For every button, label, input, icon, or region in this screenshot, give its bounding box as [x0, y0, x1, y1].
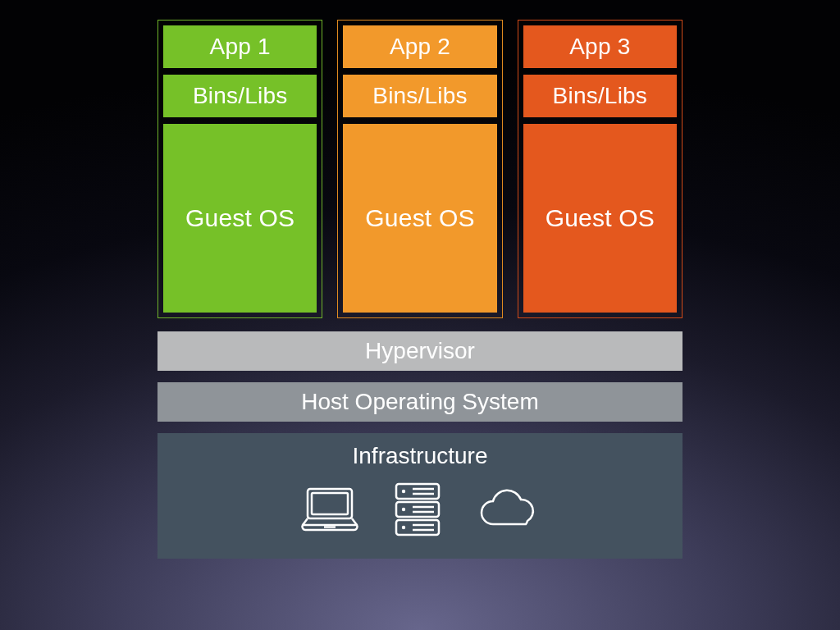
virtualization-diagram: App 1 Bins/Libs Guest OS App 2 Bins/Libs… [158, 20, 682, 559]
infrastructure-label: Infrastructure [353, 443, 488, 469]
laptop-icon [296, 484, 363, 541]
svg-rect-1 [312, 493, 348, 514]
guest-os-box: Guest OS [523, 124, 677, 313]
app-box: App 2 [343, 25, 496, 68]
vm-column-2: App 2 Bins/Libs Guest OS [337, 20, 502, 318]
binslibs-box: Bins/Libs [523, 75, 677, 117]
binslibs-box: Bins/Libs [163, 75, 317, 117]
infrastructure-layer: Infrastructure [158, 433, 682, 559]
guest-os-box: Guest OS [163, 124, 317, 313]
platform-layers: Hypervisor Host Operating System Infrast… [158, 331, 682, 559]
svg-point-7 [402, 508, 405, 511]
guest-vm-row: App 1 Bins/Libs Guest OS App 2 Bins/Libs… [158, 20, 682, 318]
app-box: App 3 [523, 25, 677, 68]
guest-os-box: Guest OS [343, 124, 496, 313]
app-box: App 1 [163, 25, 317, 68]
server-icon [391, 481, 444, 544]
hypervisor-layer: Hypervisor [158, 331, 682, 371]
infrastructure-icons [296, 481, 544, 544]
vm-column-1: App 1 Bins/Libs Guest OS [158, 20, 322, 318]
vm-column-3: App 3 Bins/Libs Guest OS [518, 20, 682, 318]
cloud-icon [472, 486, 544, 538]
svg-point-6 [402, 490, 405, 493]
binslibs-box: Bins/Libs [343, 75, 496, 117]
host-os-layer: Host Operating System [158, 382, 682, 422]
svg-point-8 [402, 526, 405, 529]
